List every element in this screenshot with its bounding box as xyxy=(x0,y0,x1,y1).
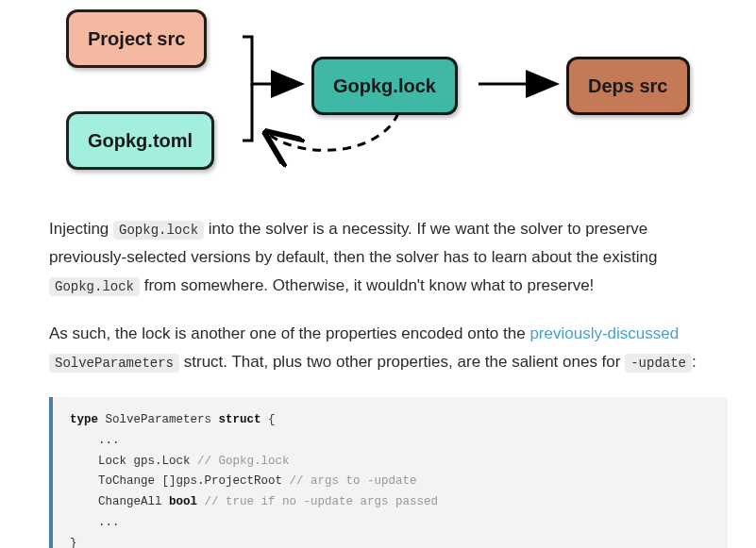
code-text xyxy=(197,495,205,508)
code-text: ToChange []gps.ProjectRoot xyxy=(70,474,290,488)
code-solveparameters: SolveParameters xyxy=(49,354,179,373)
code-text: ... xyxy=(70,434,120,447)
diagram-box-gopkg-toml: Gopkg.toml xyxy=(66,111,214,170)
architecture-diagram: Project src Gopkg.toml Gopkg.lock Deps s… xyxy=(49,9,738,198)
text: Injecting xyxy=(49,220,113,238)
code-text: ... xyxy=(70,516,120,529)
text: from somewhere. Otherwise, it wouldn't k… xyxy=(140,276,594,294)
text: As such, the lock is another one of the … xyxy=(49,324,529,342)
code-block-solveparameters: type SolveParameters struct { ... Lock g… xyxy=(49,397,728,548)
diagram-box-project-src: Project src xyxy=(66,9,207,68)
diagram-box-gopkg-lock: Gopkg.lock xyxy=(311,57,458,115)
paragraph-2: As such, the lock is another one of the … xyxy=(49,320,728,376)
code-text: Lock gps.Lock xyxy=(70,455,197,468)
code-comment: // args to -update xyxy=(290,474,417,488)
text: struct. That, plus two other properties,… xyxy=(179,353,625,371)
keyword-type: type xyxy=(70,413,98,426)
code-gopkg-lock: Gopkg.lock xyxy=(49,277,140,296)
keyword-bool: bool xyxy=(169,495,197,508)
code-text: ChangeAll xyxy=(70,495,169,508)
link-previously-discussed[interactable]: previously-discussed xyxy=(529,324,679,342)
paragraph-1: Injecting Gopkg.lock into the solver is … xyxy=(49,215,728,299)
keyword-struct: struct xyxy=(219,413,261,426)
code-gopkg-lock: Gopkg.lock xyxy=(113,221,204,240)
code-text: } xyxy=(70,537,77,548)
text: : xyxy=(692,353,697,371)
code-update-flag: -update xyxy=(625,354,692,373)
code-text: { xyxy=(261,413,276,426)
code-comment: // true if no -update args passed xyxy=(205,495,439,508)
code-comment: // Gopkg.lock xyxy=(197,455,290,468)
code-text: SolveParameters xyxy=(98,413,219,426)
diagram-box-deps-src: Deps src xyxy=(566,57,690,115)
